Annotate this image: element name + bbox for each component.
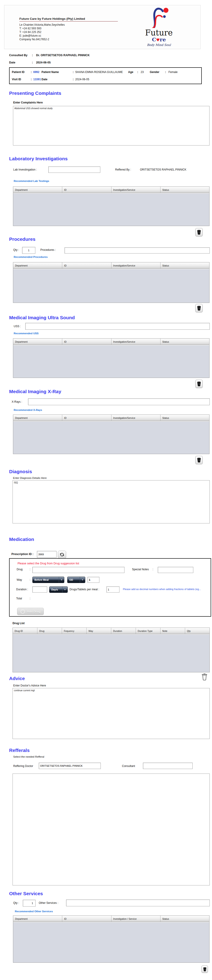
consultant-input[interactable] <box>143 763 193 769</box>
column-header-department: Department <box>13 187 62 193</box>
ultrasound-heading: Medical Imaging Ultra Sound <box>9 315 75 320</box>
special-notes-input[interactable] <box>158 567 193 573</box>
uss-input[interactable] <box>25 323 210 330</box>
drug-list-header: Drug ID Drug Fequency Way Duration Durat… <box>13 628 209 634</box>
column-header-duration: Duration <box>111 628 136 634</box>
lab-investigation-label: Lab Investingation : <box>13 168 37 171</box>
colon: : <box>31 70 32 74</box>
column-header-status: Status <box>161 415 209 421</box>
consulted-by-line: Consulted By:Dr. ORITSETSETOS RAPHAEL PI… <box>9 54 90 57</box>
xray-heading: Medical Imaging X-Ray <box>9 389 61 394</box>
column-header-department: Department <box>13 415 62 421</box>
advice-heading: Advice <box>9 676 25 681</box>
diagnosis-textarea[interactable]: ISQ <box>13 480 210 523</box>
frequency-selected-value: OD <box>69 578 73 581</box>
medication-heading: Medication <box>9 537 34 542</box>
other-services-table: Department ID Investigation / Service St… <box>13 915 209 963</box>
xray-table-header: Department ID Investigation/Service Stat… <box>13 415 209 421</box>
trash-icon <box>197 229 201 235</box>
colon: : <box>73 78 74 81</box>
add-drug-button[interactable]: + Add Drug <box>17 608 44 615</box>
company-address: Le Chainter,Victoria,Mahe,Seychelles <box>19 23 118 27</box>
add-drug-label: Add Drug <box>27 610 40 613</box>
chevron-down-icon: ▼ <box>59 577 64 583</box>
diagnosis-heading: Diagnosis <box>9 469 32 474</box>
procedures-qty-input[interactable] <box>22 247 35 254</box>
other-services-table-body <box>13 922 209 963</box>
plus-circle-icon: + <box>21 609 25 614</box>
logo-word-care: C♥re <box>138 37 180 42</box>
procedures-delete-button[interactable] <box>195 304 202 312</box>
column-header-investigation-service: Investigation / Service <box>111 916 161 922</box>
consulted-by-value: Dr. ORITSETSETOS RAPHAEL PINNICK <box>36 54 90 57</box>
complaints-label: Enter Complaints Here <box>13 101 43 104</box>
duration-unit-select[interactable]: Day/s ▼ <box>49 586 68 593</box>
uss-table-body <box>13 345 209 378</box>
total-label: Total <box>16 597 22 600</box>
logo-tagline: Body Mind Soul <box>138 43 180 47</box>
chevron-down-icon: ▼ <box>80 577 85 583</box>
xray-label: X-Rays : <box>11 400 22 403</box>
company-number: Company No.8417652-2 <box>19 38 118 41</box>
recommended-procedures-label: Recommended Procedures <box>14 256 48 258</box>
column-header-status: Status <box>161 916 209 922</box>
advice-textarea[interactable]: continue current mgt <box>13 688 210 739</box>
consultant-label: Consultant <box>122 764 135 768</box>
per-meal-input[interactable] <box>106 586 119 593</box>
trash-icon <box>197 457 201 463</box>
logo-mark-icon <box>144 7 174 28</box>
column-header-investigation-service: Investigation/Service <box>111 187 161 193</box>
other-services-input[interactable] <box>66 899 210 906</box>
lab-investigation-input[interactable] <box>48 167 100 173</box>
diagnosis-label: Enter Diagnosis Details Here <box>13 477 47 479</box>
consulted-by-label: Consulted By <box>9 54 32 57</box>
frequency-select[interactable]: OD ▼ <box>67 577 85 583</box>
lab-table: Department ID Investigation/Service Stat… <box>13 186 209 226</box>
reffered-by-label: Reffered By : <box>115 168 131 171</box>
drug-list-label: Drug List <box>13 622 25 625</box>
colon: : <box>153 568 153 571</box>
xray-delete-button[interactable] <box>195 456 202 464</box>
other-services-delete-button[interactable] <box>201 966 208 973</box>
heart-icon: ♥ <box>156 38 160 42</box>
gender-value: Female <box>169 70 178 74</box>
advice-label: Enter Doctor's Advice Here <box>13 684 46 687</box>
company-title: Future Care by Future Holdings (Pty) Lim… <box>19 17 118 21</box>
uss-delete-button[interactable] <box>195 380 202 388</box>
reffering-doctor-input[interactable] <box>39 763 101 769</box>
column-header-id: ID <box>62 262 111 269</box>
drug-list-delete-button[interactable] <box>201 673 207 682</box>
uss-table-header: Department ID Investigation/Service Stat… <box>13 339 209 345</box>
drug-input[interactable] <box>32 567 124 573</box>
complaints-textarea[interactable]: Abdominal USS showed normal study <box>13 106 209 146</box>
drug-entry-panel: Please select the Drug from Drug suggess… <box>9 558 211 617</box>
xray-table-body <box>13 421 209 454</box>
colon: : <box>30 578 31 581</box>
way-select[interactable]: Before Meal ▼ <box>32 577 64 583</box>
xray-input[interactable] <box>28 398 210 405</box>
procedures-table: Department ID Investigation/Service Stat… <box>13 262 209 303</box>
procedures-input[interactable] <box>64 247 210 253</box>
visit-id-value: 13391 <box>33 78 41 81</box>
colon: : <box>30 597 31 600</box>
column-header-investigation-service: Investigation/Service <box>111 262 161 269</box>
laboratory-heading: Laboratory Investigations <box>9 156 68 161</box>
lab-table-header: Department ID Investigation/Service Stat… <box>13 187 209 193</box>
fraction-hint: Please add as decimal numbers when addin… <box>123 588 201 590</box>
logo-word-future: Future <box>138 29 180 37</box>
other-services-qty-input[interactable] <box>23 900 35 907</box>
prescription-id-input[interactable] <box>37 551 56 558</box>
company-info: Future Care by Future Holdings (Pty) Lim… <box>19 17 118 41</box>
recommended-other-services-label: Recommended Other Services <box>15 910 53 913</box>
reffered-by-value: ORITSETSETOS RAPHAEL PINNICK <box>140 168 186 171</box>
lab-delete-button[interactable] <box>195 228 202 236</box>
recommended-xray-label: Recommended X-Rays <box>14 409 42 411</box>
company-logo: Future C♥re Body Mind Soul <box>138 7 180 47</box>
frequency-qty-input[interactable] <box>88 577 100 583</box>
column-header-qty: Qty <box>185 628 209 634</box>
column-header-drug-id: Drug ID <box>13 628 37 634</box>
lab-table-body <box>13 193 209 226</box>
way-selected-value: Before Meal <box>34 578 48 581</box>
refresh-prescription-button[interactable] <box>58 551 66 558</box>
duration-input[interactable] <box>32 586 47 593</box>
